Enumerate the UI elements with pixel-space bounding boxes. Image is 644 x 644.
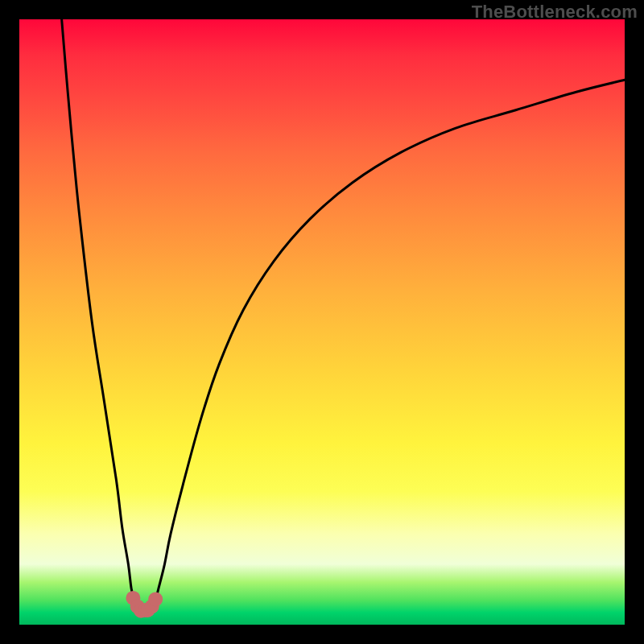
outer-frame: TheBottleneck.com [0, 0, 644, 644]
dip-markers-group [126, 591, 163, 618]
chart-svg [19, 19, 625, 625]
curve-left-branch [62, 19, 138, 606]
chart-area [19, 19, 625, 625]
dip-marker [148, 592, 163, 606]
curve-right-branch [152, 80, 625, 606]
